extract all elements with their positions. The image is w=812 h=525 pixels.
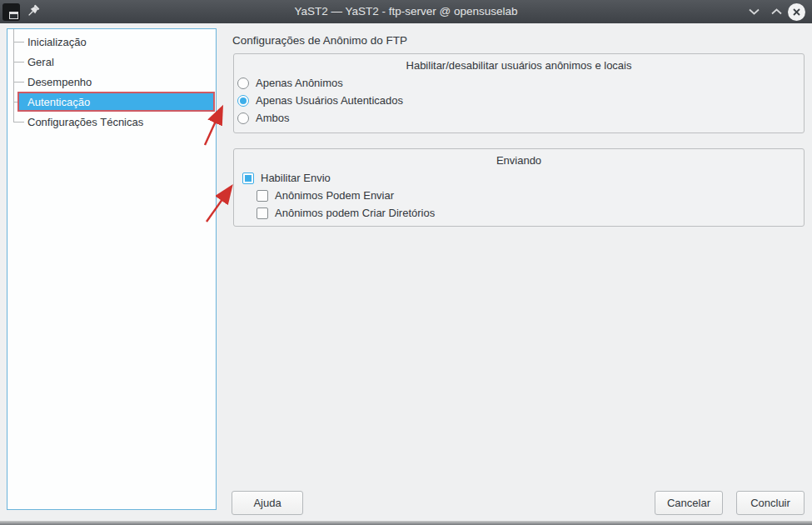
radio-ambos[interactable]: Ambos [234, 109, 804, 127]
sidebar-item-inicializacao[interactable]: Inicialização [7, 32, 216, 52]
navigation-tree: Inicialização Geral Desempenho Autentica… [7, 29, 216, 132]
sidebar-item-label: Geral [27, 56, 54, 68]
maximize-button[interactable] [768, 3, 785, 20]
page-title: Configurações de Anônimo do FTP [232, 34, 407, 47]
sidebar-item-autenticacao[interactable]: Autenticação [7, 92, 216, 112]
radio-icon-selected[interactable] [237, 95, 249, 107]
checkbox-anonimos-podem-enviar[interactable]: Anônimos Podem Enviar [234, 187, 804, 204]
radio-label: Ambos [256, 112, 289, 124]
checkbox-icon[interactable] [257, 190, 268, 202]
radio-label: Apenas Anônimos [256, 77, 343, 89]
titlebar: YaST2 — YaST2 - ftp-server @ opensuselab [0, 0, 812, 23]
sidebar-item-label: Autenticação [27, 96, 90, 108]
sidebar-item-desempenho[interactable]: Desempenho [7, 72, 216, 92]
radio-icon[interactable] [237, 78, 249, 89]
upload-groupbox-title: Enviando [234, 149, 804, 169]
sidebar-item-label: Inicialização [27, 36, 87, 48]
access-groupbox-title: Habilitar/desabilitar usuários anônimos … [234, 54, 804, 74]
window-bottom-edge [0, 521, 812, 525]
yast2-window: YaST2 — YaST2 - ftp-server @ opensuselab… [0, 0, 812, 525]
radio-icon[interactable] [237, 112, 249, 124]
checkbox-label: Habilitar Envio [261, 172, 331, 184]
sidebar-item-configuracoes-tecnicas[interactable]: Configurações Técnicas [7, 112, 216, 132]
access-groupbox: Habilitar/desabilitar usuários anônimos … [233, 53, 805, 133]
sidebar-item-label: Configurações Técnicas [27, 116, 143, 128]
radio-apenas-anonimos[interactable]: Apenas Anônimos [234, 74, 804, 92]
checkbox-icon-checked[interactable] [242, 172, 254, 184]
checkbox-label: Anônimos Podem Enviar [275, 189, 394, 202]
checkbox-anonimos-podem-criar-diretorios[interactable]: Anônimos podem Criar Diretórios [234, 204, 804, 222]
finish-button[interactable]: Concluir [736, 491, 805, 515]
sidebar-tree-panel: Inicialização Geral Desempenho Autentica… [7, 28, 217, 510]
cancel-button[interactable]: Cancelar [655, 491, 723, 515]
close-icon[interactable] [788, 3, 805, 21]
radio-apenas-usuarios-autenticados[interactable]: Apenas Usuários Autenticados [234, 92, 804, 109]
checkbox-habilitar-envio[interactable]: Habilitar Envio [234, 169, 804, 187]
checkbox-label: Anônimos podem Criar Diretórios [275, 207, 435, 219]
minimize-button[interactable] [745, 3, 762, 20]
help-button[interactable]: Ajuda [232, 491, 303, 515]
sidebar-item-label: Desempenho [27, 76, 92, 88]
window-title: YaST2 — YaST2 - ftp-server @ opensuselab [0, 0, 812, 23]
radio-label: Apenas Usuários Autenticados [256, 94, 403, 107]
sidebar-item-geral[interactable]: Geral [7, 52, 216, 72]
checkbox-icon[interactable] [257, 208, 268, 219]
upload-groupbox: Enviando Habilitar Envio Anônimos Podem … [233, 148, 805, 227]
